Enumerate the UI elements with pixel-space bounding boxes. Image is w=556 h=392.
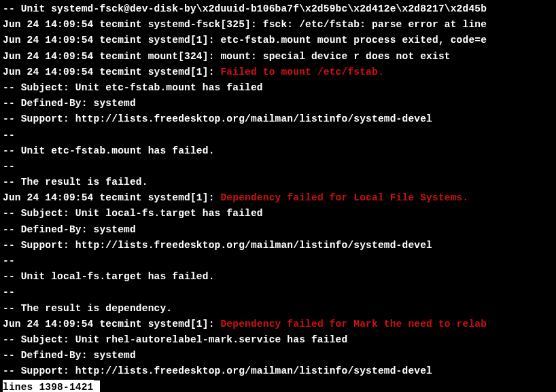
error-text: Failed to mount /etc/fstab. <box>220 67 383 77</box>
log-line: Jun 24 14:09:54 tecmint systemd-fsck[325… <box>3 17 553 33</box>
log-line: Jun 24 14:09:54 tecmint systemd[1]: Depe… <box>3 317 553 332</box>
log-line: -- Unit systemd-fsck@dev-disk-by\x2duuid… <box>3 1 553 17</box>
log-line: -- Support: http://lists.freedesktop.org… <box>3 111 553 127</box>
error-text: Dependency failed for Local File Systems… <box>220 192 468 203</box>
log-line: -- Unit etc-fstab.mount has failed. <box>3 143 553 159</box>
log-prefix: Jun 24 14:09:54 tecmint systemd[1]: <box>3 192 220 203</box>
log-line: -- <box>3 128 553 143</box>
log-line: -- Unit local-fs.target has failed. <box>3 269 553 285</box>
log-line: -- Defined-By: systemd <box>3 222 553 238</box>
log-line: Jun 24 14:09:54 tecmint systemd[1]: etc-… <box>3 33 553 48</box>
log-line: Jun 24 14:09:54 tecmint systemd[1]: Depe… <box>3 190 553 206</box>
log-line: -- <box>3 159 553 175</box>
log-line: -- <box>3 253 553 269</box>
pager-status-line: lines 1398-1421 <box>3 380 553 393</box>
log-line: -- Support: http://lists.freedesktop.org… <box>3 363 553 379</box>
cursor <box>94 380 100 393</box>
log-line: -- Defined-By: systemd <box>3 348 553 363</box>
log-line: Jun 24 14:09:54 tecmint systemd[1]: Fail… <box>3 65 553 80</box>
error-text: Dependency failed for Mark the need to r… <box>220 319 487 329</box>
log-line: -- The result is failed. <box>3 175 553 190</box>
terminal-output[interactable]: -- Unit systemd-fsck@dev-disk-by\x2duuid… <box>3 1 553 392</box>
log-line: Jun 24 14:09:54 tecmint mount[324]: moun… <box>3 49 553 65</box>
log-prefix: Jun 24 14:09:54 tecmint systemd[1]: <box>3 67 220 77</box>
log-line: -- Subject: Unit rhel-autorelabel-mark.s… <box>3 332 553 348</box>
log-line: -- Subject: Unit etc-fstab.mount has fai… <box>3 80 553 96</box>
pager-status: lines 1398-1421 <box>3 380 94 393</box>
log-prefix: Jun 24 14:09:54 tecmint systemd[1]: <box>3 319 220 329</box>
log-line: -- Subject: Unit local-fs.target has fai… <box>3 206 553 221</box>
log-line: -- Defined-By: systemd <box>3 96 553 111</box>
log-line: -- The result is dependency. <box>3 301 553 317</box>
log-line: -- <box>3 285 553 300</box>
log-line: -- Support: http://lists.freedesktop.org… <box>3 238 553 253</box>
